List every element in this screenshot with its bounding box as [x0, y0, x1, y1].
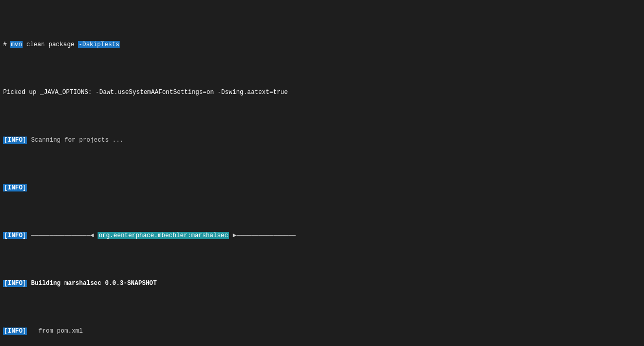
dashes-right: ►────────────────: [229, 232, 296, 239]
info-badge-5: [INFO]: [3, 328, 27, 335]
info-badge-3: [INFO]: [3, 232, 27, 239]
cmd-mvn: mvn: [10, 41, 23, 48]
cmd-prefix: #: [3, 41, 10, 48]
java-opts: Picked up _JAVA_OPTIONS: -Dawt.useSystem…: [3, 89, 288, 96]
terminal-window: # mvn clean package -DskipTests Picked u…: [0, 0, 644, 346]
line-4: [INFO]: [3, 183, 641, 193]
scanning: Scanning for projects ...: [27, 137, 123, 144]
building: Building marshalsec 0.0.3-SNAPSHOT: [27, 280, 157, 287]
line-6: [INFO] Building marshalsec 0.0.3-SNAPSHO…: [3, 279, 641, 289]
line-5: [INFO] ────────────────◄ org.eenterphace…: [3, 231, 641, 241]
line-2: Picked up _JAVA_OPTIONS: -Dawt.useSystem…: [3, 88, 641, 98]
from-pom: from pom.xml: [27, 328, 83, 335]
cmd-clean: clean package: [23, 41, 78, 48]
artifact-id: org.eenterphace.mbechler:marshalsec: [98, 232, 229, 239]
terminal-output[interactable]: # mvn clean package -DskipTests Picked u…: [0, 0, 644, 346]
line-7: [INFO] from pom.xml: [3, 326, 641, 336]
info-badge-1: [INFO]: [3, 137, 27, 144]
info-badge-2: [INFO]: [3, 184, 27, 191]
line-3: [INFO] Scanning for projects ...: [3, 136, 641, 145]
info-badge-4: [INFO]: [3, 280, 27, 287]
dashes-left: ────────────────◄: [27, 232, 98, 239]
line-1: # mvn clean package -DskipTests: [3, 40, 641, 50]
cmd-skip: -DskipTests: [78, 41, 120, 48]
